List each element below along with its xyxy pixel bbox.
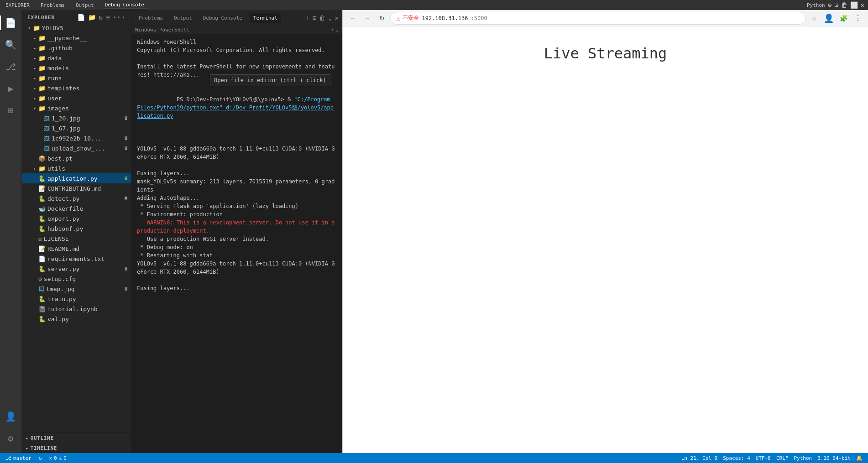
status-notifications[interactable]: 🔔	[854, 455, 864, 461]
status-errors[interactable]: ✕ 0 ⚠ 0	[47, 455, 68, 461]
terminal-tab-output[interactable]: Output	[170, 13, 196, 23]
terminal-close-icon[interactable]: ✕	[861, 1, 864, 9]
terminal-new-icon[interactable]: +	[306, 14, 309, 21]
top-menu-problems[interactable]: EXPLORER	[4, 1, 31, 9]
tutorial-label: tutorial.ipynb	[47, 306, 131, 312]
outline-panel[interactable]: ▸ OUTLINE	[22, 433, 131, 443]
tmep-badge: U	[125, 286, 131, 291]
tmep-icon: 🖼	[38, 286, 44, 292]
activity-extensions[interactable]: ⊞	[0, 99, 22, 121]
terminal-split-icon[interactable]: ⊡	[313, 14, 316, 21]
sidebar-item-images[interactable]: ▾ 📁 images	[22, 103, 131, 113]
url-port-text: :5000	[471, 15, 487, 21]
activity-explorer[interactable]: 📄	[0, 12, 22, 34]
terminal-tab-terminal[interactable]: Terminal	[250, 13, 281, 23]
debug-tab-label: Debug Console	[203, 15, 242, 21]
sidebar-item-img1[interactable]: ▸ 🖼 1_20.jpg U	[22, 113, 131, 123]
sidebar-item-contributing[interactable]: ▸ 📝 CONTRIBUTING.md	[22, 183, 131, 193]
shell-chevron-icon[interactable]: ⌄	[335, 27, 339, 33]
sidebar-more-icon[interactable]: ···	[113, 14, 125, 21]
browser-profile-icon[interactable]: 👤	[822, 12, 835, 25]
terminal-toolbar: + ⊡ 🗑 ⌄ ✕	[306, 14, 339, 21]
img1-label: 1_20.jpg	[52, 115, 125, 122]
sidebar-refresh-icon[interactable]: ↻	[99, 14, 103, 21]
status-spaces[interactable]: Spaces: 4	[721, 455, 752, 461]
application-badge: U	[125, 176, 131, 181]
sidebar-item-models[interactable]: ▸ 📁 models	[22, 63, 131, 73]
sidebar-item-bestpt[interactable]: ▸ 📦 best.pt	[22, 153, 131, 163]
sidebar-item-hubconf[interactable]: ▸ 🐍 hubconf.py	[22, 224, 131, 234]
sidebar-item-server[interactable]: ▸ 🐍 server.py U	[22, 264, 131, 274]
sidebar-item-val[interactable]: ▸ 🐍 val.py	[22, 314, 131, 324]
activity-accounts[interactable]: 👤	[0, 406, 22, 427]
browser-extension-icon[interactable]: 🧩	[837, 12, 850, 25]
sidebar-new-folder-icon[interactable]: 📁	[88, 14, 96, 21]
sidebar-item-tmep[interactable]: ▸ 🖼 tmep.jpg U	[22, 284, 131, 294]
activity-debug[interactable]: ▶	[0, 78, 22, 99]
sidebar-item-requirements[interactable]: ▸ 📄 requirements.txt	[22, 254, 131, 264]
activity-search[interactable]: 🔍	[0, 34, 22, 56]
sidebar-collapse-icon[interactable]: ⊟	[106, 14, 110, 21]
status-sync[interactable]: ↻	[37, 455, 44, 461]
status-version[interactable]: 3.10 64-bit	[816, 455, 852, 461]
activity-git[interactable]: ⎇	[0, 56, 22, 78]
sidebar-item-utils[interactable]: ▸ 📁 utils	[22, 163, 131, 173]
terminal-close-panel-icon[interactable]: ✕	[335, 14, 339, 21]
sidebar-item-img4[interactable]: ▸ 🖼 upload_show_... U	[22, 143, 131, 153]
sidebar-new-file-icon[interactable]: 📄	[77, 14, 85, 21]
browser-bookmark-icon[interactable]: ☆	[808, 12, 821, 25]
status-line-col[interactable]: Ln 21, Col 9	[680, 455, 719, 461]
server-icon: 🐍	[38, 265, 46, 272]
branch-name: master	[13, 455, 31, 461]
terminal-tab-debug[interactable]: Debug Console	[199, 13, 246, 23]
browser-back-button[interactable]: ←	[346, 12, 359, 25]
sidebar-item-data[interactable]: ▸ 📁 data	[22, 53, 131, 63]
pycache-folder-icon: 📁	[38, 35, 46, 42]
terminal-tab-label: Terminal	[253, 15, 277, 21]
bell-icon: 🔔	[856, 455, 863, 461]
sidebar: EXPLORER 📄 📁 ↻ ⊟ ··· ▾ 📁 YOLOV5	[22, 10, 131, 453]
browser-more-icon[interactable]: ⋮	[852, 12, 864, 25]
top-menu-bar: EXPLORER Problems Output Debug Console P…	[0, 0, 868, 10]
sidebar-item-detect[interactable]: ▸ 🐍 detect.py M	[22, 193, 131, 203]
terminal-add-icon[interactable]: ⊕	[828, 1, 831, 9]
status-language[interactable]: Python	[792, 455, 814, 461]
sidebar-item-license[interactable]: ▸ ⚖ LICENSE	[22, 234, 131, 244]
terminal-maximize-icon[interactable]: ⬜	[850, 1, 858, 9]
sidebar-item-img3[interactable]: ▸ 🖼 1c992e2b-10... U	[22, 133, 131, 143]
status-branch[interactable]: ⎇ master	[4, 455, 33, 461]
activity-settings[interactable]: ⚙	[0, 427, 22, 449]
browser-reload-button[interactable]: ↻	[376, 12, 388, 25]
terminal-tab-problems[interactable]: Problems	[135, 13, 167, 23]
sidebar-item-templates[interactable]: ▸ 📁 templates	[22, 83, 131, 93]
sidebar-root[interactable]: ▾ 📁 YOLOV5	[22, 23, 131, 33]
shell-add-icon[interactable]: +	[331, 27, 334, 33]
top-menu-debug[interactable]: Output	[74, 1, 96, 9]
sidebar-item-runs[interactable]: ▸ 📁 runs	[22, 73, 131, 83]
terminal-kill-icon[interactable]: 🗑	[841, 1, 847, 9]
browser-forward-button[interactable]: →	[361, 12, 374, 25]
status-encoding[interactable]: UTF-8	[754, 455, 773, 461]
sidebar-item-tutorial[interactable]: ▸ 📓 tutorial.ipynb	[22, 304, 131, 314]
sidebar-item-readme[interactable]: ▸ 📝 README.md	[22, 244, 131, 254]
status-eol[interactable]: CRLF	[774, 455, 790, 461]
sidebar-item-export[interactable]: ▸ 🐍 export.py	[22, 213, 131, 224]
top-menu-terminal[interactable]: Debug Console	[103, 1, 146, 9]
top-menu-output[interactable]: Problems	[39, 1, 67, 9]
sidebar-item-application[interactable]: ▸ 🐍 application.py U	[22, 173, 131, 183]
server-badge: U	[125, 266, 131, 271]
terminal-split-icon[interactable]: ⊡	[834, 1, 838, 9]
sidebar-item-user[interactable]: ▸ 📁 user	[22, 93, 131, 103]
browser-url-bar[interactable]: ⚠ 不安全 192.168.31.136 :5000	[390, 12, 806, 25]
sidebar-root-label: YOLOV5	[42, 25, 131, 31]
terminal-chevron-icon[interactable]: ⌄	[328, 14, 332, 21]
sidebar-item-pycache[interactable]: ▸ 📁 __pycache__	[22, 33, 131, 43]
sidebar-item-train[interactable]: ▸ 🐍 train.py	[22, 294, 131, 304]
terminal-kill-icon[interactable]: 🗑	[319, 14, 325, 21]
sidebar-item-github[interactable]: ▸ 📁 .github	[22, 43, 131, 53]
terminal-content[interactable]: Windows PowerShell Copyright (C) Microso…	[131, 34, 342, 453]
sidebar-item-setup[interactable]: ▸ ⚙ setup.cfg	[22, 274, 131, 284]
sidebar-item-img2[interactable]: ▸ 🖼 1_67.jpg	[22, 123, 131, 133]
timeline-panel[interactable]: ▸ TIMELINE	[22, 443, 131, 453]
sidebar-item-dockerfile[interactable]: ▸ 🐋 Dockerfile	[22, 203, 131, 213]
